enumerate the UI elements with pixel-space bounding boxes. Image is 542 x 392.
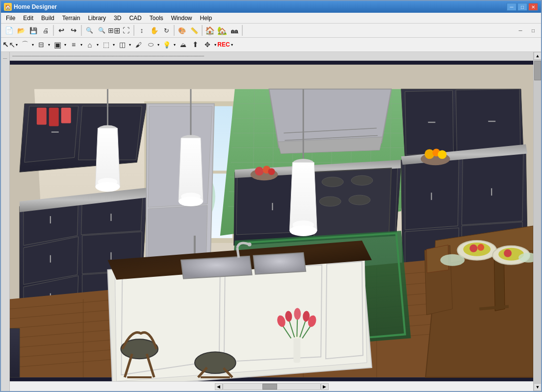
house-button[interactable]: 🏠	[204, 24, 216, 36]
wall-tool-button[interactable]	[35, 39, 47, 50]
stairs-tool-button[interactable]: ≡	[68, 39, 79, 50]
stairs-tool-group: ≡ ▾	[68, 39, 83, 50]
svg-marker-119	[181, 256, 252, 279]
snap-tool-button[interactable]: ✥	[202, 39, 213, 50]
svg-point-132	[294, 308, 301, 320]
ruler-vertical: │	[1, 52, 10, 391]
menu-edit[interactable]: Edit	[19, 13, 37, 23]
toolbar-primary: ⊞ ⛶ ↕ ✋ ↻ 🎨 📏 🏠 🏡 🏘 ─ □	[1, 24, 541, 38]
svg-marker-84	[462, 151, 523, 225]
svg-point-166	[469, 245, 477, 252]
scroll-right-button[interactable]: ▶	[321, 383, 329, 390]
house2-button[interactable]: 🏡	[216, 24, 228, 36]
menu-window[interactable]: Window	[167, 13, 196, 23]
menu-library[interactable]: Library	[84, 13, 110, 23]
window-dropdown[interactable]: ▾	[112, 39, 116, 50]
minimize-button[interactable]: ─	[507, 3, 516, 11]
materials-button[interactable]: 🎨	[176, 24, 188, 36]
cabinet-tool-button[interactable]: ▣	[52, 39, 63, 50]
poly-dropdown[interactable]: ▾	[31, 39, 35, 50]
toolbar-min-button[interactable]: ─	[515, 24, 526, 36]
scrollbar-thumb[interactable]	[534, 61, 541, 80]
svg-point-79	[351, 175, 373, 185]
zoom-in-button[interactable]	[83, 24, 95, 36]
menu-bar: File Edit Build Terrain Library 3D CAD T…	[1, 13, 541, 24]
svg-point-78	[322, 177, 343, 187]
zoom-fit-button[interactable]: ⊞	[108, 24, 120, 36]
new-button[interactable]	[3, 24, 15, 36]
texture-dropdown[interactable]: ▾	[156, 39, 160, 50]
menu-tools[interactable]: Tools	[146, 13, 167, 23]
sep3	[133, 25, 134, 36]
svg-point-147	[98, 178, 117, 186]
horizontal-scrollbar-thumb[interactable]	[262, 384, 277, 390]
svg-marker-150	[179, 138, 203, 201]
select-tool-button[interactable]: ↖	[3, 39, 15, 50]
pan-button[interactable]: ✋	[148, 24, 160, 36]
menu-terrain[interactable]: Terrain	[58, 13, 84, 23]
measure-button[interactable]: 📏	[188, 24, 200, 36]
undo-button[interactable]	[55, 24, 67, 36]
close-button[interactable]: ✕	[528, 3, 538, 11]
menu-file[interactable]: File	[2, 13, 19, 23]
move-snap-group: ✥ ▾	[202, 39, 217, 50]
select-tool-group: ↖ ▾	[3, 39, 19, 50]
cabinet-dropdown[interactable]: ▾	[63, 39, 67, 50]
menu-help[interactable]: Help	[196, 13, 216, 23]
svg-point-157	[292, 220, 314, 229]
print-button[interactable]	[40, 24, 52, 36]
svg-marker-41	[456, 89, 520, 152]
horizontal-scrollbar[interactable]	[223, 383, 321, 390]
svg-line-121	[237, 248, 239, 258]
select-dropdown[interactable]: ▾	[15, 39, 19, 50]
bottom-scrollbar-bar: ◀ ▶	[10, 381, 533, 391]
viewport[interactable]	[10, 61, 533, 381]
menu-3d[interactable]: 3D	[110, 13, 125, 23]
scroll-up-button[interactable]: ▲	[534, 52, 541, 60]
redo-button[interactable]	[68, 24, 79, 36]
light-tool-button[interactable]: 💡	[161, 39, 173, 50]
svg-marker-120	[254, 253, 306, 274]
terrain-tool-button[interactable]: ⛰	[177, 39, 189, 50]
wall-dropdown[interactable]: ▾	[47, 39, 51, 50]
texture-tool-button[interactable]: ⬭	[145, 39, 156, 50]
scroll-down-button[interactable]: ▼	[534, 383, 541, 391]
zoom-out-button[interactable]	[96, 24, 107, 36]
fixture-dropdown[interactable]: ▾	[128, 39, 132, 50]
garage-button[interactable]: 🏘	[229, 24, 240, 36]
kitchen-3d-scene	[10, 61, 533, 381]
menu-build[interactable]: Build	[37, 13, 58, 23]
snap-dropdown[interactable]: ▾	[213, 39, 217, 50]
poly-tool-button[interactable]: ⌒	[19, 39, 31, 50]
stairs-dropdown[interactable]: ▾	[79, 39, 83, 50]
light-tool-group: 💡 ▾	[161, 39, 177, 50]
svg-point-171	[440, 254, 465, 266]
light-dropdown[interactable]: ▾	[173, 39, 177, 50]
window-tool-group: ⬚ ▾	[100, 39, 116, 50]
scrollbar-track[interactable]	[534, 60, 541, 383]
menu-cad[interactable]: CAD	[125, 13, 145, 23]
toolbar-max-button[interactable]: □	[527, 24, 539, 36]
window-controls: ─ □ ✕	[507, 3, 538, 11]
rec-button[interactable]: REC	[218, 39, 230, 50]
rotate-button[interactable]: ↻	[160, 24, 172, 36]
open-button[interactable]	[15, 24, 27, 36]
maximize-button[interactable]: □	[517, 3, 527, 11]
roof-dropdown[interactable]: ▾	[96, 39, 100, 50]
save-button[interactable]	[27, 24, 39, 36]
app-icon: 🏠	[4, 3, 12, 11]
scroll-left-button[interactable]: ◀	[215, 383, 223, 390]
rec-dropdown[interactable]: ▾	[230, 39, 234, 50]
window-tool-button[interactable]: ⬚	[100, 39, 112, 50]
svg-rect-37	[49, 108, 59, 126]
move-tool-button[interactable]: ↕	[136, 24, 148, 36]
zoom-fullscreen-button[interactable]: ⛶	[120, 24, 132, 36]
up-tool-button[interactable]: ⬆	[189, 39, 201, 50]
paint-tool-button[interactable]: 🖌	[132, 39, 144, 50]
svg-rect-123	[293, 338, 300, 363]
sep4	[174, 25, 175, 36]
fixture-tool-group: ◫ ▾	[116, 39, 132, 50]
roof-tool-button[interactable]: ⌂	[84, 39, 96, 50]
fixture-tool-button[interactable]: ◫	[116, 39, 128, 50]
canvas-area: ────────────────────────────────────────…	[10, 52, 533, 391]
